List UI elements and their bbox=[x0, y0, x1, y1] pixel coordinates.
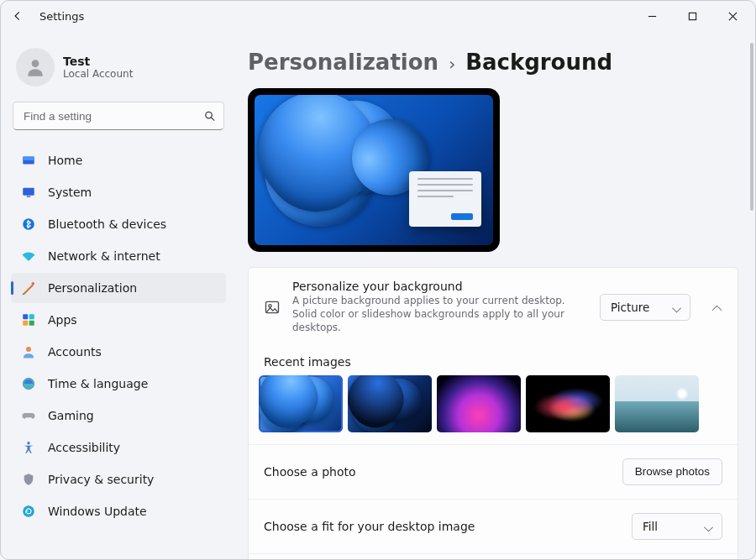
nav-gaming[interactable]: Gaming bbox=[11, 400, 226, 431]
background-mode-select[interactable]: Picture bbox=[600, 294, 690, 321]
depth-effects-row: Depth effects When available, use AI to … bbox=[249, 553, 738, 559]
svg-point-21 bbox=[23, 505, 34, 517]
system-icon bbox=[21, 185, 36, 200]
gaming-icon bbox=[21, 408, 36, 423]
personalize-background-row[interactable]: Personalize your background A picture ba… bbox=[249, 268, 738, 347]
nav-label: Accounts bbox=[48, 345, 102, 359]
apps-icon bbox=[21, 312, 36, 327]
recent-thumb-0[interactable] bbox=[259, 375, 343, 432]
desktop-preview bbox=[248, 88, 500, 252]
content-pane: Personalization › Background bbox=[236, 31, 755, 559]
nav-label: System bbox=[48, 186, 92, 199]
minimize-button[interactable] bbox=[634, 3, 669, 29]
page-title: Background bbox=[465, 50, 612, 75]
nav-label: Network & internet bbox=[48, 249, 160, 263]
picture-icon bbox=[264, 299, 281, 316]
svg-point-17 bbox=[26, 347, 31, 352]
choose-photo-label: Choose a photo bbox=[264, 465, 611, 479]
nav-apps[interactable]: Apps bbox=[11, 305, 226, 335]
bluetooth-icon bbox=[21, 217, 36, 232]
svg-rect-15 bbox=[23, 321, 28, 326]
profile-block[interactable]: Test Local Account bbox=[11, 44, 226, 98]
breadcrumb: Personalization › Background bbox=[248, 50, 738, 75]
svg-point-4 bbox=[32, 60, 39, 67]
choose-fit-row: Choose a fit for your desktop image Fill bbox=[249, 499, 738, 553]
recent-thumb-3[interactable] bbox=[526, 375, 610, 432]
back-button[interactable] bbox=[6, 4, 29, 28]
fit-select[interactable]: Fill bbox=[632, 513, 722, 540]
choose-fit-label: Choose a fit for your desktop image bbox=[264, 520, 620, 533]
nav-label: Privacy & security bbox=[48, 473, 154, 486]
recent-images-section: Recent images bbox=[249, 347, 738, 444]
preview-window-card bbox=[409, 171, 481, 227]
scrollbar[interactable] bbox=[750, 43, 753, 211]
update-icon bbox=[21, 504, 36, 519]
svg-rect-13 bbox=[23, 314, 28, 319]
nav-label: Windows Update bbox=[48, 505, 147, 518]
nav-system[interactable]: System bbox=[11, 177, 226, 207]
nav-list: Home System Bluetooth & devices Network … bbox=[11, 145, 226, 526]
window-title: Settings bbox=[39, 10, 84, 23]
profile-name: Test bbox=[63, 55, 133, 68]
personalization-icon bbox=[21, 280, 36, 296]
svg-rect-1 bbox=[689, 13, 696, 19]
nav-time[interactable]: Time & language bbox=[11, 369, 226, 399]
settings-window: Settings Test Local Account bbox=[0, 0, 756, 560]
nav-label: Time & language bbox=[48, 377, 148, 390]
background-settings-card: Personalize your background A picture ba… bbox=[248, 267, 738, 559]
accounts-icon bbox=[21, 344, 36, 359]
nav-label: Bluetooth & devices bbox=[48, 217, 166, 231]
home-icon bbox=[21, 153, 36, 168]
sidebar: Test Local Account Home System bbox=[1, 31, 236, 559]
nav-label: Home bbox=[48, 154, 82, 167]
nav-home[interactable]: Home bbox=[11, 145, 226, 175]
privacy-icon bbox=[21, 472, 36, 487]
svg-rect-14 bbox=[29, 314, 34, 319]
nav-label: Apps bbox=[48, 313, 77, 327]
svg-line-6 bbox=[211, 118, 214, 121]
browse-photos-button[interactable]: Browse photos bbox=[622, 458, 722, 485]
avatar-icon bbox=[16, 48, 55, 86]
search-icon bbox=[203, 110, 216, 123]
personalize-title: Personalize your background bbox=[292, 280, 588, 293]
svg-point-5 bbox=[206, 112, 213, 118]
collapse-icon[interactable] bbox=[711, 303, 722, 315]
choose-photo-row: Choose a photo Browse photos bbox=[249, 444, 738, 499]
nav-label: Accessibility bbox=[48, 441, 120, 454]
nav-accounts[interactable]: Accounts bbox=[11, 337, 226, 367]
maximize-button[interactable] bbox=[675, 3, 710, 29]
time-icon bbox=[21, 376, 36, 391]
chevron-right-icon: › bbox=[449, 54, 455, 74]
breadcrumb-parent[interactable]: Personalization bbox=[248, 50, 438, 75]
nav-personalization[interactable]: Personalization bbox=[11, 273, 226, 303]
nav-label: Gaming bbox=[48, 409, 94, 422]
recent-thumb-4[interactable] bbox=[615, 375, 699, 432]
search-box bbox=[13, 102, 224, 130]
titlebar: Settings bbox=[1, 1, 755, 31]
svg-rect-16 bbox=[29, 321, 34, 326]
search-input[interactable] bbox=[13, 102, 224, 130]
nav-privacy[interactable]: Privacy & security bbox=[11, 464, 226, 495]
recent-thumb-1[interactable] bbox=[348, 375, 432, 432]
nav-accessibility[interactable]: Accessibility bbox=[11, 432, 226, 463]
nav-label: Personalization bbox=[48, 281, 137, 295]
svg-rect-9 bbox=[23, 188, 34, 196]
recent-images-label: Recent images bbox=[249, 347, 738, 375]
svg-rect-10 bbox=[27, 196, 31, 197]
accessibility-icon bbox=[21, 440, 36, 455]
nav-network[interactable]: Network & internet bbox=[11, 241, 226, 271]
close-button[interactable] bbox=[715, 3, 750, 29]
nav-update[interactable]: Windows Update bbox=[11, 496, 226, 526]
svg-rect-8 bbox=[23, 157, 34, 161]
personalize-desc: A picture background applies to your cur… bbox=[292, 294, 588, 335]
svg-point-23 bbox=[269, 304, 271, 306]
svg-point-20 bbox=[27, 442, 29, 444]
nav-bluetooth[interactable]: Bluetooth & devices bbox=[11, 209, 226, 239]
recent-thumb-2[interactable] bbox=[437, 375, 521, 432]
network-icon bbox=[21, 249, 36, 264]
profile-account-type: Local Account bbox=[63, 68, 133, 80]
